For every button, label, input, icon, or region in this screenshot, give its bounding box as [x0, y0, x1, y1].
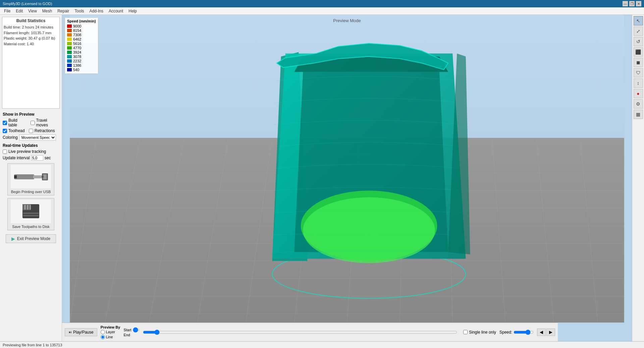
legend-color-8 — [67, 59, 72, 63]
build-table-checkbox[interactable] — [3, 121, 7, 125]
legend-value-4: 5616 — [73, 42, 81, 46]
legend-color-6 — [67, 51, 72, 54]
menu-account[interactable]: Account — [106, 8, 126, 14]
progress-slider[interactable] — [143, 330, 458, 335]
end-label: End — [123, 333, 130, 337]
prev-button[interactable]: ◀ — [537, 329, 546, 336]
nav-buttons: ◀ ▶ — [537, 329, 555, 336]
update-interval-input[interactable] — [31, 155, 43, 161]
legend-value-6: 3924 — [73, 50, 81, 54]
single-line-label: Single line only — [469, 330, 496, 335]
disk-image — [11, 200, 51, 223]
legend-value-1: 8154 — [73, 28, 81, 33]
legend-color-9 — [67, 64, 72, 67]
move-tool-btn[interactable]: ↕ — [634, 78, 643, 88]
coloring-row: Coloring Movement Speed Feature Type Tem… — [3, 134, 59, 140]
line-radio[interactable] — [101, 335, 105, 339]
settings-btn[interactable]: ⚙ — [634, 99, 643, 109]
sd-card-icon — [12, 201, 49, 223]
layer-radio[interactable] — [101, 330, 105, 334]
solid-view-btn[interactable]: ⬛ — [634, 47, 643, 57]
maximize-btn[interactable]: ❐ — [629, 1, 635, 6]
legend-color-2 — [67, 33, 72, 37]
legend-value-7: 3078 — [73, 55, 81, 59]
main-area: Build Statistics Build time: 2 hours 24 … — [0, 15, 644, 341]
grid-tool-btn[interactable]: ▦ — [634, 110, 643, 119]
usb-image — [11, 165, 51, 188]
left-panel: Build Statistics Build time: 2 hours 24 … — [0, 15, 62, 341]
legend-item-9: 1386 — [67, 63, 96, 67]
disk-button-label: Save Toolpaths to Disk — [12, 225, 50, 229]
play-pause-button[interactable]: ⏯ Play/Pause — [65, 328, 97, 336]
minimize-btn[interactable]: — — [623, 1, 628, 6]
live-preview-checkbox[interactable] — [3, 150, 7, 154]
legend-value-10: 540 — [73, 68, 79, 72]
preview-by-section: Preview By Layer Line — [101, 325, 120, 339]
legend-item-5: 4770 — [67, 46, 96, 50]
legend-color-10 — [67, 68, 72, 71]
right-toolbar: ↖ ⤢ ↺ ⬛ ◼ 🛡 ↕ ● ⚙ ▦ — [632, 15, 644, 341]
menubar: File Edit View Mesh Repair Tools Add-Ins… — [0, 7, 644, 15]
disk-save-button[interactable]: Save Toolpaths to Disk — [7, 198, 54, 230]
legend-color-1 — [67, 29, 72, 32]
rotate-view-btn[interactable]: ↺ — [634, 37, 643, 46]
titlebar-title: Simplify3D (Licensed to GOD) — [3, 2, 52, 6]
end-row: End — [123, 333, 139, 337]
menu-tools[interactable]: Tools — [72, 8, 87, 14]
exit-icon: ▶ — [11, 236, 15, 241]
menu-repair[interactable]: Repair — [55, 8, 72, 14]
build-table-label: Build table — [8, 118, 26, 127]
build-stats-content: Build time: 2 hours 24 minutes Filament … — [4, 24, 58, 47]
svg-rect-3 — [43, 174, 47, 179]
shield-view-btn[interactable]: 🛡 — [634, 68, 643, 77]
legend-color-0 — [67, 24, 72, 28]
viewport[interactable]: Preview Mode Speed (mm/min) 9000 8154 73… — [62, 15, 632, 341]
play-icon: ⏯ — [68, 330, 72, 334]
fit-view-btn[interactable]: ⤢ — [634, 26, 643, 36]
color-tool-btn[interactable]: ● — [634, 89, 643, 98]
select-tool-btn[interactable]: ↖ — [634, 16, 643, 25]
menu-edit[interactable]: Edit — [13, 8, 25, 14]
line-radio-row: Line — [101, 335, 120, 339]
line-label: Line — [106, 335, 113, 339]
usb-print-button[interactable]: Begin Printing over USB — [7, 163, 54, 195]
svg-rect-10 — [30, 205, 31, 210]
plastic-weight: Plastic weight: 30.47 g (0.07 lb) — [4, 36, 58, 41]
menu-mesh[interactable]: Mesh — [40, 8, 55, 14]
next-button[interactable]: ▶ — [546, 329, 555, 336]
speed-slider[interactable] — [514, 330, 534, 335]
legend-item-7: 3078 — [67, 55, 96, 59]
legend-color-4 — [67, 42, 72, 45]
legend-item-2: 7308 — [67, 33, 96, 37]
live-preview-row: Live preview tracking — [3, 149, 59, 154]
speed-legend-title: Speed (mm/min) — [67, 19, 96, 23]
travel-moves-checkbox[interactable] — [31, 121, 35, 125]
exit-preview-button[interactable]: ▶ Exit Preview Mode — [6, 234, 56, 243]
close-btn[interactable]: ✕ — [636, 1, 641, 6]
single-line-checkbox[interactable] — [463, 330, 468, 334]
legend-value-9: 1386 — [73, 63, 81, 67]
menu-file[interactable]: File — [1, 8, 13, 14]
menu-view[interactable]: View — [25, 8, 40, 14]
retractions-checkbox[interactable] — [29, 129, 33, 133]
layer-label: Layer — [106, 330, 115, 334]
start-slider[interactable] — [133, 328, 140, 332]
toolhead-checkbox[interactable] — [3, 129, 7, 133]
build-stats-panel: Build Statistics Build time: 2 hours 24 … — [2, 17, 60, 109]
viewport-label: Preview Mode — [333, 18, 361, 23]
status-text: Previewing file from line 1 to 135713 — [3, 343, 62, 347]
show-in-preview: Show in Preview Build table Travel moves… — [0, 111, 62, 142]
legend-item-6: 3924 — [67, 50, 96, 54]
legend-item-1: 8154 — [67, 28, 96, 33]
update-interval-row: Update interval sec — [3, 155, 59, 161]
coloring-label: Coloring — [3, 135, 18, 140]
svg-rect-9 — [27, 205, 29, 210]
menu-addins[interactable]: Add-Ins — [87, 8, 106, 14]
travel-moves-label: Travel moves — [36, 118, 59, 127]
coloring-select[interactable]: Movement Speed Feature Type Temperature — [19, 134, 56, 140]
wireframe-view-btn[interactable]: ◼ — [634, 58, 643, 67]
build-table-row: Build table Travel moves — [3, 118, 59, 127]
model-viewport — [62, 15, 632, 323]
menu-help[interactable]: Help — [126, 8, 140, 14]
svg-rect-11 — [23, 213, 39, 214]
